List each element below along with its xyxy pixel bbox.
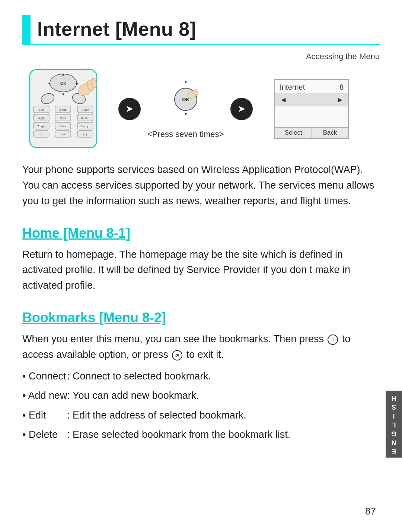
bullet-desc-edit: : Edit the address of selected bookmark.	[67, 408, 246, 423]
bullet-desc-addnew: : You can add new bookmark.	[67, 388, 199, 403]
list-item: • Add new : You can add new bookmark.	[22, 388, 380, 403]
list-item: • Edit : Edit the address of selected bo…	[22, 408, 380, 423]
bullet-desc-delete: : Erase selected bookmark from the bookm…	[67, 427, 290, 442]
svg-text:8 tuv: 8 tuv	[60, 125, 66, 128]
arrow-icon-1: ➤	[125, 103, 134, 115]
bullet-term-edit: • Edit	[22, 408, 67, 423]
svg-text:1 oo: 1 oo	[38, 108, 44, 112]
svg-text:9 wxyz: 9 wxyz	[81, 125, 90, 128]
list-item: • Connect : Connect to selected bookmark…	[22, 369, 380, 384]
svg-text:►: ►	[76, 81, 79, 86]
exit-icon: ⌀	[172, 350, 182, 360]
screen-menu-label: Internet	[280, 83, 305, 92]
screen-right-arrow: ►	[336, 96, 344, 104]
screen-top-row: Internet 8	[275, 80, 348, 93]
svg-text:▼: ▼	[61, 92, 65, 96]
screen-menu-number: 8	[339, 83, 344, 92]
back-button[interactable]: Back	[312, 128, 348, 138]
language-tab: ENGLISH	[386, 391, 402, 458]
select-button[interactable]: Select	[275, 128, 312, 138]
press-times-text: <Press seven times>	[147, 129, 224, 139]
page-header: Internet [Menu 8]	[22, 15, 380, 45]
screen-bottom-buttons: Select Back	[275, 127, 348, 138]
svg-text:5 jkl: 5 jkl	[60, 116, 66, 120]
phone-keypad-illustration: OK ▲ ▼ ◄ ► 1 oo 2 abc 3 def 4 ghi 5 jkl …	[22, 69, 112, 149]
bullet-term-delete: • Delete	[22, 427, 67, 442]
diagram-area: OK ▲ ▼ ◄ ► 1 oo 2 abc 3 def 4 ghi 5 jkl …	[22, 69, 380, 149]
page-number: 87	[365, 506, 376, 517]
bookmarks-section-heading: Bookmarks [Menu 8-2]	[22, 310, 380, 326]
options-icon: ○	[328, 334, 338, 345]
screen-highlight-row: ◄ ►	[275, 93, 348, 106]
svg-text:2 abc: 2 abc	[59, 108, 67, 112]
ok-nav-section: ▲ OK ▼ <Press seven times>	[147, 79, 224, 139]
bullet-desc-connect: : Connect to selected bookmark.	[67, 369, 211, 384]
ok-nav-svg: ▲ OK ▼	[163, 79, 208, 120]
list-item: • Delete : Erase selected bookmark from …	[22, 427, 380, 442]
page-title: Internet [Menu 8]	[37, 15, 196, 44]
svg-text:▼: ▼	[184, 111, 188, 116]
screen-left-arrow: ◄	[280, 96, 287, 104]
language-label: ENGLISH	[390, 393, 398, 455]
svg-text:7 pqrs: 7 pqrs	[37, 125, 45, 128]
home-section-heading: Home [Menu 8-1]	[22, 225, 380, 241]
arrow-right-1: ➤	[118, 98, 141, 120]
arrow-right-2: ➤	[230, 98, 253, 120]
svg-text:# †: # †	[83, 133, 87, 136]
main-content: Your phone supports services based on Wi…	[22, 162, 380, 442]
svg-text:3 def: 3 def	[82, 108, 89, 112]
keypad-svg: OK ▲ ▼ ◄ ► 1 oo 2 abc 3 def 4 ghi 5 jkl …	[22, 69, 112, 149]
svg-text:* -,: * -,	[39, 133, 43, 136]
svg-text:6 mno: 6 mno	[81, 116, 90, 120]
arrow-icon-2: ➤	[237, 103, 246, 115]
home-section-text: Return to homepage. The homepage may be …	[22, 247, 380, 294]
cyan-accent-bar	[22, 15, 31, 44]
intro-paragraph: Your phone supports services based on Wi…	[22, 162, 380, 209]
svg-text:4 ghi: 4 ghi	[38, 116, 45, 120]
bullet-term-addnew: • Add new	[22, 388, 67, 403]
svg-text:▲: ▲	[184, 79, 188, 84]
bookmarks-section-text: When you enter this menu, you can see th…	[22, 331, 380, 363]
phone-screen-mockup: Internet 8 ◄ ► Select Back	[274, 79, 349, 139]
svg-text:OK: OK	[60, 81, 67, 86]
accessing-label: Accessing the Menu	[0, 52, 380, 61]
svg-text:0 +: 0 +	[61, 133, 65, 136]
bullet-term-connect: • Connect	[22, 369, 67, 384]
svg-text:◄: ◄	[47, 81, 51, 86]
svg-text:▲: ▲	[61, 72, 65, 76]
bullet-list: • Connect : Connect to selected bookmark…	[22, 369, 380, 442]
